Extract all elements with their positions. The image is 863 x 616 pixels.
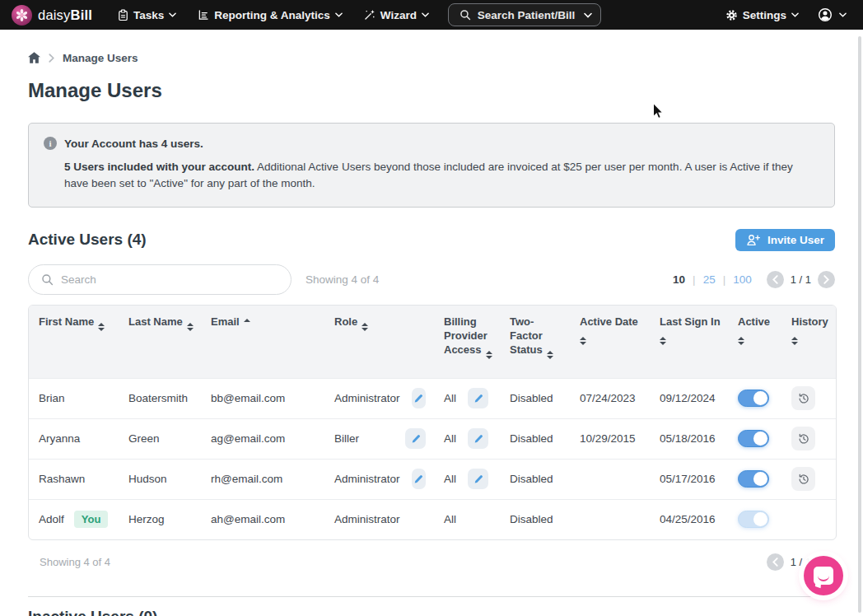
- search-icon: [41, 273, 54, 286]
- table-header-row: First NameLast NameEmailRoleBilling Prov…: [29, 306, 836, 378]
- column-header-billing-provider-access[interactable]: Billing Provider Access: [434, 306, 500, 378]
- sort-icon: [580, 337, 586, 346]
- chevron-down-icon: [335, 12, 343, 17]
- nav-settings-label: Settings: [743, 9, 786, 21]
- last-sign-in: 05/17/2016: [660, 473, 716, 485]
- active-toggle[interactable]: [738, 511, 769, 528]
- scrollbar[interactable]: [858, 36, 861, 613]
- alert-title: Your Account has 4 users.: [64, 138, 203, 150]
- edit-role-button[interactable]: [405, 428, 426, 449]
- showing-count-top: Showing 4 of 4: [306, 273, 379, 286]
- nav-wizard-label: Wizard: [380, 9, 417, 21]
- last-name: Green: [128, 432, 160, 445]
- last-sign-in: 04/25/2016: [660, 513, 716, 525]
- last-sign-in: 05/18/2016: [660, 432, 716, 445]
- two-factor-status: Disabled: [510, 392, 553, 404]
- column-header-active-date[interactable]: Active Date: [570, 306, 650, 378]
- previous-page-button[interactable]: [767, 553, 784, 571]
- nav-user-menu[interactable]: [813, 0, 851, 30]
- search-input[interactable]: [61, 273, 278, 286]
- page-size-selector: 10 | 25 | 100: [673, 273, 752, 286]
- two-factor-status: Disabled: [510, 432, 553, 445]
- patient-bill-search-label: Search Patient/Bill: [478, 9, 576, 21]
- edit-role-button[interactable]: [412, 469, 426, 489]
- first-name: Rashawn: [39, 473, 85, 485]
- you-badge: You: [74, 511, 109, 528]
- previous-page-button[interactable]: [767, 271, 784, 288]
- edit-billing-provider-access-button[interactable]: [468, 469, 488, 489]
- edit-role-button[interactable]: [412, 388, 426, 408]
- two-factor-status: Disabled: [510, 513, 553, 525]
- column-header-first-name[interactable]: First Name: [29, 306, 119, 378]
- column-header-email[interactable]: Email: [201, 306, 324, 378]
- billing-provider-access: All: [444, 473, 456, 485]
- daisybill-logo-icon: [12, 5, 32, 26]
- brand-wordmark: daisyBill: [38, 7, 92, 23]
- reporting-chart-icon: [198, 9, 209, 21]
- section-divider: [28, 596, 835, 597]
- nav-settings[interactable]: Settings: [716, 0, 808, 30]
- column-header-last-sign-in[interactable]: Last Sign In: [650, 306, 728, 378]
- chat-launcher-button[interactable]: [804, 556, 843, 595]
- account-users-alert: i Your Account has 4 users. 5 Users incl…: [28, 123, 835, 208]
- page-size-100[interactable]: 100: [733, 273, 752, 286]
- search-icon: [459, 9, 471, 21]
- active-date: 07/24/2023: [580, 392, 636, 404]
- first-name: Brian: [39, 392, 65, 404]
- page-size-10[interactable]: 10: [673, 273, 685, 286]
- home-icon[interactable]: [28, 52, 40, 63]
- active-toggle[interactable]: [738, 470, 769, 488]
- sort-icon: [660, 337, 666, 346]
- nav-wizard[interactable]: Wizard: [355, 0, 438, 30]
- patient-bill-search[interactable]: Search Patient/Bill: [448, 3, 601, 26]
- table-search: [28, 264, 292, 295]
- sort-icon: [738, 337, 744, 346]
- active-toggle[interactable]: [738, 430, 769, 447]
- chevron-down-icon: [422, 12, 429, 17]
- email: bb@email.com: [211, 392, 285, 404]
- history-button[interactable]: [791, 467, 815, 491]
- billing-provider-access: All: [444, 392, 456, 404]
- chevron-down-icon: [169, 12, 176, 17]
- user-avatar-icon: [818, 7, 833, 22]
- role: Administrator: [334, 473, 400, 485]
- page-size-25[interactable]: 25: [703, 273, 716, 286]
- column-header-history[interactable]: History: [781, 306, 836, 378]
- nav-tasks[interactable]: Tasks: [109, 0, 185, 30]
- showing-count-bottom: Showing 4 of 4: [40, 556, 110, 568]
- invite-user-button[interactable]: Invite User: [735, 229, 835, 251]
- user-plus-icon: [746, 234, 761, 246]
- history-button[interactable]: [791, 427, 815, 450]
- column-header-two-factor-status[interactable]: Two-Factor Status: [500, 306, 570, 378]
- history-button[interactable]: [791, 386, 815, 410]
- sort-icon: [791, 337, 798, 346]
- first-name: Adolf: [39, 513, 64, 525]
- sort-icon: [486, 351, 492, 360]
- column-header-active[interactable]: Active: [728, 306, 781, 378]
- next-page-button[interactable]: [818, 271, 835, 288]
- pagination-top: 1 / 1: [767, 271, 835, 288]
- sort-icon: [187, 323, 194, 332]
- user-row-brian-boatersmith: BrianBoatersmithbb@email.comAdministrato…: [29, 378, 836, 418]
- chevron-right-icon: [49, 54, 54, 63]
- role: Biller: [334, 432, 359, 445]
- chat-bubble-icon: [814, 567, 833, 585]
- email: ah@email.com: [211, 513, 285, 525]
- nav-tasks-label: Tasks: [133, 9, 164, 21]
- first-name: Aryanna: [39, 432, 80, 445]
- breadcrumb-current: Manage Users: [63, 52, 138, 64]
- gear-icon: [725, 9, 738, 21]
- edit-billing-provider-access-button[interactable]: [468, 388, 488, 408]
- nav-reporting-analytics[interactable]: Reporting & Analytics: [189, 0, 352, 30]
- column-header-role[interactable]: Role: [324, 306, 434, 378]
- role: Administrator: [334, 513, 400, 525]
- brand-home-link[interactable]: daisyBill: [12, 5, 92, 26]
- email: ag@email.com: [211, 432, 285, 445]
- active-users-table: First NameLast NameEmailRoleBilling Prov…: [28, 305, 837, 540]
- column-header-last-name[interactable]: Last Name: [119, 306, 201, 378]
- sort-ascending-icon: [244, 319, 250, 322]
- sort-icon: [547, 351, 553, 360]
- active-date: 10/29/2015: [580, 432, 636, 445]
- active-toggle[interactable]: [738, 390, 769, 407]
- edit-billing-provider-access-button[interactable]: [468, 428, 488, 449]
